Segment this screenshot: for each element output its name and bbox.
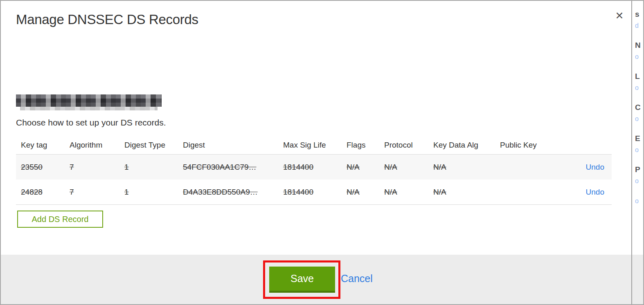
table-row: 24828 7 1 D4A33E8DD550A9… 1814400 N/A N/… <box>16 179 612 205</box>
dnssec-modal: Manage DNSSEC DS Records ✕ Choose how to… <box>0 0 644 305</box>
cell-max-sig-life: 1814400 <box>283 188 347 197</box>
cell-key-data-alg: N/A <box>433 163 500 172</box>
cancel-link[interactable]: Cancel <box>341 273 373 285</box>
cell-digest: D4A33E8DD550A9… <box>183 188 283 197</box>
cell-digest: 54FCF030AA1C79… <box>183 163 283 172</box>
cell-flags: N/A <box>347 188 384 197</box>
bg-link-fragment: o <box>635 177 639 185</box>
table-header-row: Key tag Algorithm Digest Type Digest Max… <box>16 136 612 154</box>
page-title: Manage DNSSEC DS Records <box>16 12 198 27</box>
header-algorithm: Algorithm <box>70 141 124 150</box>
ds-records-table: Key tag Algorithm Digest Type Digest Max… <box>16 136 612 205</box>
ds-records-instruction: Choose how to set up your DS records. <box>16 118 166 128</box>
save-button[interactable]: Save <box>269 267 335 293</box>
bg-link-fragment: o <box>635 146 639 154</box>
close-icon[interactable]: ✕ <box>613 9 626 22</box>
bg-heading-fragment: E <box>635 134 640 143</box>
undo-link[interactable]: Undo <box>586 188 604 196</box>
table-row: 23550 7 1 54FCF030AA1C79… 1814400 N/A N/… <box>16 154 612 179</box>
bg-link-fragment: o <box>635 53 639 61</box>
header-digest: Digest <box>183 141 283 150</box>
cell-digest-type: 1 <box>124 163 183 172</box>
cell-algorithm: 7 <box>70 163 124 172</box>
background-page-strip: s d N o L o C o E o P o o <box>632 1 643 255</box>
header-protocol: Protocol <box>384 141 433 150</box>
cell-max-sig-life: 1814400 <box>283 163 347 172</box>
bg-heading-fragment: L <box>635 72 640 81</box>
cell-key-tag: 24828 <box>21 188 70 197</box>
bg-link-fragment: o <box>635 115 639 123</box>
bg-link-fragment: o <box>635 197 639 205</box>
cell-digest-type: 1 <box>124 188 183 197</box>
bg-heading-fragment: N <box>635 41 641 50</box>
header-public-key: Public Key <box>500 141 565 150</box>
cell-algorithm: 7 <box>70 188 124 197</box>
cell-protocol: N/A <box>384 163 433 172</box>
bg-link-fragment: o <box>635 84 639 92</box>
cell-flags: N/A <box>347 163 384 172</box>
header-key-data-alg: Key Data Alg <box>433 141 500 150</box>
header-digest-type: Digest Type <box>124 141 183 150</box>
cell-key-tag: 23550 <box>21 163 70 172</box>
redacted-domain-name <box>16 94 162 107</box>
bg-link-fragment: d <box>635 22 639 29</box>
cell-key-data-alg: N/A <box>433 188 500 197</box>
header-max-sig-life: Max Sig Life <box>283 141 347 150</box>
cell-protocol: N/A <box>384 188 433 197</box>
add-ds-record-button[interactable]: Add DS Record <box>17 211 103 228</box>
header-key-tag: Key tag <box>21 141 70 150</box>
bg-heading-fragment: s <box>635 10 639 19</box>
header-flags: Flags <box>347 141 384 150</box>
bg-heading-fragment: P <box>635 165 640 174</box>
undo-link[interactable]: Undo <box>586 163 604 171</box>
modal-edge-divider <box>631 1 632 304</box>
bg-heading-fragment: C <box>635 103 641 112</box>
